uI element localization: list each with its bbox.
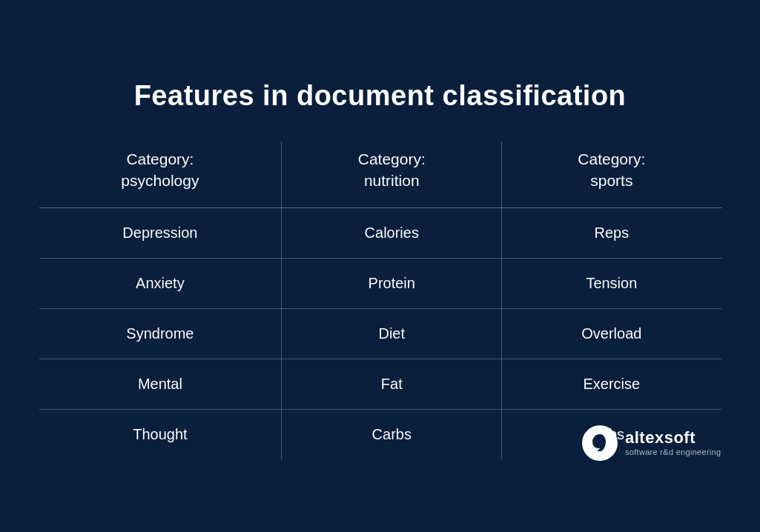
svg-point-1 — [595, 439, 599, 444]
page-title: Features in document classification — [39, 80, 721, 112]
col-header-nutrition: Category:nutrition — [282, 142, 502, 207]
cell-sports-2: Overload — [502, 308, 721, 359]
logo-text: altexsoft software r&d engineering — [625, 428, 721, 458]
cell-sports-3: Exercise — [502, 359, 721, 409]
main-container: Features in document classification Cate… — [24, 58, 736, 474]
table-header-row: Category:psychology Category:nutrition C… — [39, 142, 721, 207]
table-row: DepressionCaloriesReps — [39, 207, 721, 258]
cell-nutrition-3: Fat — [282, 359, 502, 409]
logo-name: altexsoft — [625, 428, 721, 448]
cell-sports-1: Tension — [502, 258, 721, 308]
cell-nutrition-1: Protein — [282, 258, 502, 308]
col-header-sports: Category:sports — [502, 142, 721, 207]
cell-nutrition-2: Diet — [282, 308, 502, 359]
cell-psychology-2: Syndrome — [39, 308, 282, 359]
cell-sports-0: Reps — [502, 207, 721, 258]
cell-psychology-1: Anxiety — [39, 258, 282, 308]
cell-psychology-0: Depression — [39, 207, 282, 258]
logo-tagline: software r&d engineering — [625, 448, 721, 457]
cell-nutrition-4: Carbs — [282, 409, 502, 459]
table-row: MentalFatExercise — [39, 359, 721, 409]
cell-psychology-3: Mental — [39, 359, 282, 409]
col-header-psychology: Category:psychology — [39, 142, 282, 207]
table-row: AnxietyProteinTension — [39, 258, 721, 308]
classification-table: Category:psychology Category:nutrition C… — [39, 142, 721, 459]
altexsoft-logo-icon — [582, 425, 618, 461]
table-row: SyndromeDietOverload — [39, 308, 721, 359]
cell-nutrition-0: Calories — [282, 207, 502, 258]
cell-psychology-4: Thought — [39, 409, 282, 459]
logo-area: altexsoft software r&d engineering — [582, 425, 721, 461]
